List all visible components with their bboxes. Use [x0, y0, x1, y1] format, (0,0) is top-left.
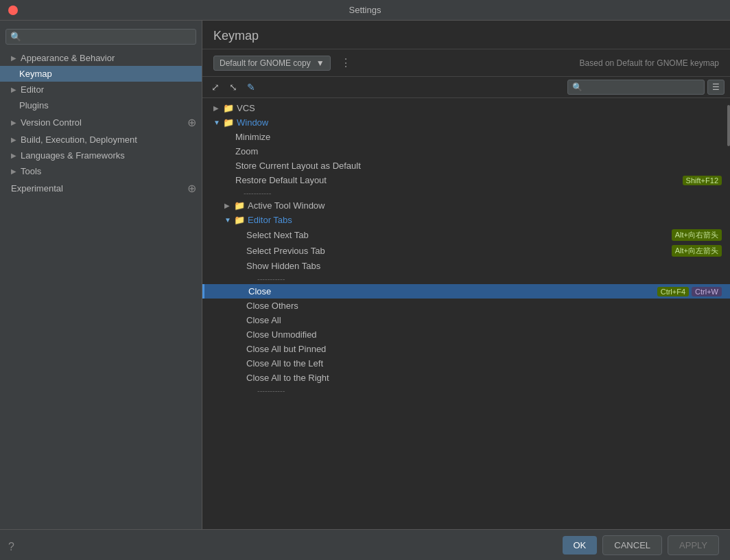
tree-item-close[interactable]: Close Ctrl+F4 Ctrl+W: [202, 284, 730, 299]
keymap-dropdown-label: Default for GNOME copy: [220, 58, 311, 68]
sidebar-search-input[interactable]: [5, 29, 196, 45]
keymap-more-options[interactable]: ⋮: [336, 55, 355, 71]
tree-item-label: Select Previous Tab: [246, 246, 672, 256]
tree-item-label: Close: [248, 286, 657, 296]
folder-icon: 📁: [223, 103, 234, 113]
tree-divider-2: -----------: [202, 273, 730, 284]
collapse-all-button[interactable]: ⤡: [226, 80, 241, 95]
sidebar-item-tools[interactable]: ▶ Tools: [0, 163, 202, 179]
help-icon[interactable]: ?: [8, 541, 14, 553]
arrow-icon: ▼: [213, 119, 222, 126]
tree-item-label: Close All: [246, 315, 725, 325]
sidebar-item-label: Languages & Frameworks: [21, 150, 125, 161]
shortcut-badge: Shift+F12: [683, 176, 722, 185]
sidebar-item-version-control[interactable]: ▶ Version Control ⊕: [0, 113, 202, 132]
content-area: Keymap Default for GNOME copy ▼ ⋮ Based …: [202, 21, 730, 529]
ok-button[interactable]: OK: [563, 536, 598, 555]
tree-item-active-tool-window[interactable]: ▶ 📁 Active Tool Window: [202, 198, 730, 213]
expand-all-button[interactable]: ⤢: [208, 80, 223, 95]
tree-item-label: Close Unmodified: [246, 329, 725, 340]
sidebar: ▶ Appearance & Behavior Keymap ▶ Editor …: [0, 21, 202, 529]
window-title: Settings: [349, 5, 381, 15]
sidebar-item-label: Version Control: [21, 117, 82, 128]
tree-item-label: Show Hidden Tabs: [246, 261, 725, 271]
main-layout: ▶ Appearance & Behavior Keymap ▶ Editor …: [0, 21, 730, 529]
tree-item-window[interactable]: ▼ 📁 Window: [202, 115, 730, 130]
sidebar-item-label: Build, Execution, Deployment: [21, 135, 137, 145]
tree-item-close-others[interactable]: Close Others: [202, 299, 730, 313]
folder-icon: 📁: [223, 117, 234, 128]
sidebar-item-label: Editor: [21, 84, 44, 95]
tree-item-minimize[interactable]: Minimize: [202, 130, 730, 144]
close-window-button[interactable]: [8, 5, 18, 15]
tree-item-label: Restore Default Layout: [235, 175, 683, 185]
bottom-bar: OK CANCEL APPLY: [0, 529, 730, 560]
tree-item-select-prev-tab[interactable]: Select Previous Tab Alt+向左箭头: [202, 243, 730, 259]
cancel-button[interactable]: CANCEL: [602, 535, 662, 555]
keymap-header: Keymap: [202, 21, 730, 49]
sidebar-item-label: Plugins: [19, 100, 49, 110]
tree-item-label: VCS: [237, 103, 725, 113]
tree-item-label: Store Current Layout as Default: [235, 161, 725, 171]
keymap-based-on-label: Based on Default for GNOME keymap: [580, 58, 719, 68]
tree-item-label: Close All but Pinned: [246, 344, 725, 354]
tree-item-label: Close Others: [246, 301, 725, 311]
arrow-icon: ▶: [11, 152, 16, 159]
apply-button[interactable]: APPLY: [668, 535, 719, 555]
edit-button[interactable]: ✎: [244, 80, 259, 95]
scrollbar[interactable]: [727, 98, 730, 529]
sidebar-item-editor[interactable]: ▶ Editor: [0, 82, 202, 97]
keymap-toolbar: ⤢ ⤡ ✎ ☰: [202, 77, 730, 98]
sidebar-item-label: Appearance & Behavior: [21, 53, 115, 63]
tree-item-close-all-to-right[interactable]: Close All to the Right: [202, 371, 730, 385]
sidebar-item-keymap[interactable]: Keymap: [0, 66, 202, 82]
tree-item-close-all-but-pinned[interactable]: Close All but Pinned: [202, 342, 730, 356]
tree-item-label: Window: [237, 117, 725, 128]
tree-item-label: Active Tool Window: [248, 200, 725, 211]
tree-item-close-all[interactable]: Close All: [202, 313, 730, 327]
arrow-icon: ▶: [213, 104, 222, 112]
tree-item-close-all-to-left[interactable]: Close All to the Left: [202, 356, 730, 371]
experimental-badge: ⊕: [187, 182, 196, 195]
tree-item-label: Select Next Tab: [246, 230, 672, 240]
folder-icon: 📁: [234, 200, 245, 211]
tree-item-label: Close All to the Right: [246, 373, 725, 383]
sidebar-item-label: Tools: [21, 166, 41, 176]
sidebar-item-plugins[interactable]: Plugins: [0, 97, 202, 113]
sidebar-item-experimental[interactable]: Experimental ⊕: [0, 179, 202, 198]
arrow-icon: ▼: [224, 216, 233, 224]
keymap-search-input[interactable]: [567, 80, 705, 95]
tree-divider: -----------: [202, 187, 730, 198]
version-control-badge: ⊕: [187, 116, 196, 129]
arrow-icon: ▶: [11, 167, 16, 175]
tree-item-select-next-tab[interactable]: Select Next Tab Alt+向右箭头: [202, 227, 730, 243]
tree-content: ▶ 📁 VCS ▼ 📁 Window Minimize Zoom: [202, 98, 730, 529]
shortcut-badge: Alt+向右箭头: [672, 229, 722, 241]
arrow-icon: ▶: [11, 136, 16, 143]
shortcut-badge-ctrl-f4: Ctrl+F4: [657, 287, 689, 296]
filter-button[interactable]: ☰: [707, 80, 725, 95]
tree-item-show-hidden-tabs[interactable]: Show Hidden Tabs: [202, 259, 730, 273]
shortcut-badge: Alt+向左箭头: [672, 245, 722, 257]
sidebar-search-container: [0, 26, 202, 50]
keymap-dropdown[interactable]: Default for GNOME copy ▼: [213, 56, 331, 71]
tree-item-label: Editor Tabs: [248, 215, 725, 225]
tree-item-editor-tabs[interactable]: ▼ 📁 Editor Tabs: [202, 213, 730, 227]
sidebar-item-label: Keymap: [19, 69, 52, 79]
dropdown-arrow-icon: ▼: [316, 58, 325, 68]
arrow-icon: ▶: [11, 86, 16, 93]
arrow-icon: ▶: [11, 54, 16, 62]
title-bar: Settings: [0, 0, 730, 21]
tree-item-restore-layout[interactable]: Restore Default Layout Shift+F12: [202, 173, 730, 187]
tree-item-zoom[interactable]: Zoom: [202, 144, 730, 159]
tree-item-label: Minimize: [235, 132, 725, 142]
sidebar-item-appearance[interactable]: ▶ Appearance & Behavior: [0, 50, 202, 66]
sidebar-item-languages[interactable]: ▶ Languages & Frameworks: [0, 148, 202, 163]
tree-divider-3: -----------: [202, 385, 730, 396]
sidebar-item-build[interactable]: ▶ Build, Execution, Deployment: [0, 132, 202, 148]
tree-item-label: Close All to the Left: [246, 358, 725, 369]
tree-item-store-layout[interactable]: Store Current Layout as Default: [202, 159, 730, 173]
arrow-icon: ▶: [224, 202, 233, 209]
tree-item-vcs[interactable]: ▶ 📁 VCS: [202, 101, 730, 115]
tree-item-close-unmodified[interactable]: Close Unmodified: [202, 327, 730, 342]
